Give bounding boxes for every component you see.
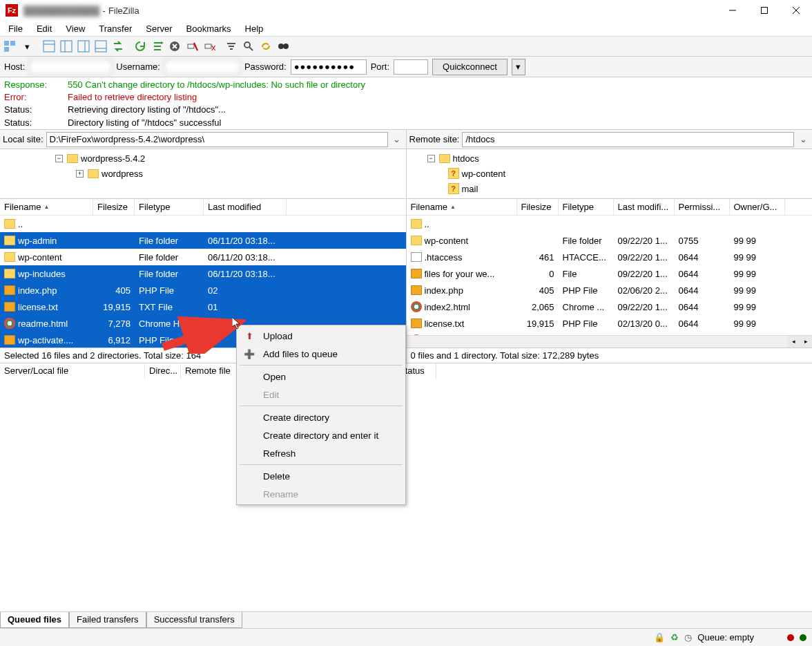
- quickconnect-dropdown[interactable]: ▾: [512, 59, 525, 75]
- menu-item-upload[interactable]: ⬆Upload: [238, 327, 404, 345]
- menu-file[interactable]: File: [1, 22, 30, 36]
- file-row[interactable]: index2.html2,065Chrome ...09/22/20 1...0…: [407, 298, 813, 315]
- column-header[interactable]: Filetype: [135, 199, 204, 215]
- column-header[interactable]: Filetype: [559, 199, 614, 215]
- quickconnect-button[interactable]: Quickconnect: [432, 59, 508, 75]
- toggle-remote-tree-icon[interactable]: [75, 38, 92, 55]
- remote-file-list[interactable]: ..wp-contentFile folder09/22/20 1...0755…: [407, 216, 813, 335]
- filter-icon[interactable]: [223, 38, 240, 55]
- remote-tree[interactable]: −htdocs?wp-content?mail: [407, 149, 813, 199]
- column-header[interactable]: Filesize: [93, 199, 135, 215]
- sync-icon[interactable]: [258, 38, 274, 55]
- menu-item-refresh[interactable]: Refresh: [238, 444, 404, 462]
- username-label: Username:: [116, 61, 160, 72]
- port-input[interactable]: [394, 59, 428, 75]
- remote-file-header[interactable]: Filename▲FilesizeFiletypeLast modifi...P…: [407, 199, 813, 216]
- log-line: Status:Retrieving directory listing of "…: [4, 104, 808, 116]
- cancel-icon[interactable]: [166, 38, 183, 55]
- file-row[interactable]: wp-contentFile folder09/22/20 1...075599…: [407, 232, 813, 249]
- column-header[interactable]: Server/Local file: [0, 363, 145, 379]
- chevron-down-icon[interactable]: ⌄: [391, 134, 403, 144]
- toggle-local-tree-icon[interactable]: [58, 38, 75, 55]
- column-header[interactable]: Permissi...: [675, 199, 730, 215]
- menu-item-create-directory[interactable]: Create directory: [238, 408, 404, 426]
- refresh-icon[interactable]: [132, 38, 148, 55]
- file-row[interactable]: readme.html7,278Chrome ...06/27/20 0...0…: [407, 332, 813, 335]
- queue-header[interactable]: Server/Local fileDirec...Remote fileSize…: [0, 363, 812, 379]
- tree-item[interactable]: +wordpress: [14, 166, 406, 181]
- queue-body[interactable]: [0, 379, 812, 612]
- file-row[interactable]: index.php405PHP File02: [0, 282, 406, 298]
- column-header[interactable]: Filename▲: [0, 199, 93, 215]
- toggle-log-icon[interactable]: [41, 38, 57, 55]
- menu-item-edit: Edit: [238, 386, 404, 403]
- local-path-input[interactable]: [46, 132, 388, 147]
- queue-status: Queue: empty: [697, 632, 754, 643]
- column-header[interactable]: Filesize: [517, 199, 559, 215]
- svg-rect-11: [78, 41, 89, 52]
- tree-item[interactable]: −htdocs: [420, 151, 813, 166]
- file-row[interactable]: license.txt19,915PHP File02/13/20 0...06…: [407, 315, 813, 332]
- menu-transfer[interactable]: Transfer: [92, 22, 139, 36]
- sitemanager-icon[interactable]: [1, 38, 18, 55]
- context-menu[interactable]: ⬆Upload➕Add files to queueOpenEditCreate…: [236, 325, 406, 505]
- file-row[interactable]: wp-includesFile folder06/11/20 03:18...: [0, 265, 406, 282]
- tab-failed-transfers[interactable]: Failed transfers: [69, 612, 146, 628]
- file-row[interactable]: ..: [407, 216, 813, 232]
- column-header[interactable]: Last modifi...: [614, 199, 675, 215]
- host-input[interactable]: [29, 59, 112, 75]
- menu-item-delete[interactable]: Delete: [238, 467, 404, 485]
- status-dot-green: [800, 634, 806, 641]
- file-row[interactable]: index.php405PHP File02/06/20 2...064499 …: [407, 282, 813, 298]
- minimize-button[interactable]: [717, 0, 748, 21]
- menu-view[interactable]: View: [59, 22, 92, 36]
- menu-item-add-files-to-queue[interactable]: ➕Add files to queue: [238, 345, 404, 363]
- file-row[interactable]: wp-contentFile folder06/11/20 03:18...: [0, 249, 406, 265]
- menu-item-rename: Rename: [238, 485, 404, 503]
- file-row[interactable]: license.txt19,915TXT File01: [0, 298, 406, 315]
- svg-rect-22: [188, 44, 194, 48]
- tab-successful-transfers[interactable]: Successful transfers: [146, 612, 242, 628]
- tree-item[interactable]: −wordpress-5.4.2: [14, 151, 406, 166]
- file-row[interactable]: files for your we...0File09/22/20 1...06…: [407, 265, 813, 282]
- remote-path-input[interactable]: [462, 132, 794, 147]
- toggle-queue-icon[interactable]: [93, 38, 109, 55]
- file-row[interactable]: .htaccess461HTACCE...09/22/20 1...064499…: [407, 249, 813, 265]
- message-log[interactable]: Response:550 Can't change directory to /…: [0, 77, 812, 130]
- menu-item-create-directory-and-enter-it[interactable]: Create directory and enter it: [238, 426, 404, 444]
- column-header[interactable]: Last modified: [204, 199, 287, 215]
- chevron-down-icon[interactable]: ⌄: [797, 134, 809, 144]
- svg-rect-5: [10, 41, 15, 46]
- remote-status: 0 files and 1 directory. Total size: 172…: [407, 348, 813, 363]
- menu-server[interactable]: Server: [139, 22, 179, 36]
- sync-browsing-icon[interactable]: [110, 38, 126, 55]
- username-input[interactable]: [164, 59, 240, 75]
- svg-point-29: [244, 42, 250, 48]
- tree-item[interactable]: ?mail: [420, 181, 813, 196]
- remote-h-scrollbar[interactable]: ◂▸: [407, 335, 813, 348]
- reconnect-icon[interactable]: x: [201, 38, 218, 55]
- menu-item-open[interactable]: Open: [238, 368, 404, 386]
- svg-rect-9: [61, 41, 72, 52]
- column-header[interactable]: Filename▲: [407, 199, 517, 215]
- local-tree[interactable]: −wordpress-5.4.2+wordpress: [0, 149, 406, 199]
- tree-item[interactable]: ?wp-content: [420, 166, 813, 181]
- port-label: Port:: [371, 61, 389, 72]
- file-row[interactable]: ..: [0, 216, 406, 232]
- column-header[interactable]: Owner/G...: [730, 199, 785, 215]
- column-header[interactable]: Direc...: [145, 363, 181, 379]
- tab-queued-files[interactable]: Queued files: [0, 612, 69, 628]
- menu-bookmarks[interactable]: Bookmarks: [180, 22, 238, 36]
- menu-edit[interactable]: Edit: [30, 22, 59, 36]
- maximize-button[interactable]: [748, 0, 780, 21]
- disconnect-icon[interactable]: [184, 38, 200, 55]
- process-queue-icon[interactable]: [149, 38, 166, 55]
- menu-help[interactable]: Help: [238, 22, 271, 36]
- search-icon[interactable]: [275, 38, 291, 55]
- close-button[interactable]: [780, 0, 812, 21]
- dropdown-icon[interactable]: ▾: [19, 38, 35, 55]
- file-row[interactable]: wp-adminFile folder06/11/20 03:18...: [0, 232, 406, 249]
- compare-icon[interactable]: [240, 38, 257, 55]
- local-file-header[interactable]: Filename▲FilesizeFiletypeLast modified: [0, 199, 406, 216]
- password-input[interactable]: [291, 59, 367, 75]
